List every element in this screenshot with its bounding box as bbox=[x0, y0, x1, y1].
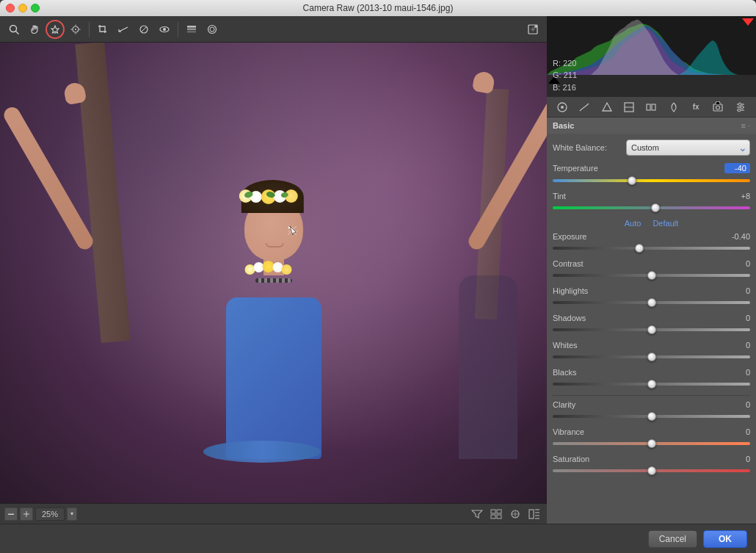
exposure-thumb[interactable] bbox=[635, 244, 644, 253]
shadows-thumb[interactable] bbox=[647, 325, 656, 334]
exposure-slider[interactable] bbox=[553, 243, 750, 253]
highlights-label: Highlights bbox=[553, 286, 626, 295]
panels-icon[interactable] bbox=[526, 507, 542, 521]
temperature-slider[interactable] bbox=[553, 176, 750, 186]
split-toning-icon[interactable] bbox=[643, 99, 659, 115]
close-button[interactable] bbox=[6, 4, 15, 12]
color-sampler-button[interactable] bbox=[66, 20, 85, 39]
cancel-button[interactable]: Cancel bbox=[648, 530, 697, 548]
whites-track bbox=[553, 355, 750, 358]
contrast-slider[interactable] bbox=[553, 270, 750, 281]
vibrance-thumb[interactable] bbox=[647, 439, 656, 448]
auto-button[interactable]: Auto bbox=[625, 219, 641, 228]
vibrance-value[interactable]: 0 bbox=[724, 427, 750, 436]
tint-thumb[interactable] bbox=[651, 203, 660, 212]
nav-icon[interactable] bbox=[507, 507, 523, 521]
crop-tool-button[interactable] bbox=[93, 20, 112, 39]
whites-thumb[interactable] bbox=[647, 353, 656, 361]
vibrance-slider[interactable] bbox=[553, 438, 750, 449]
r-value-row: R: 220 bbox=[553, 57, 577, 70]
temperature-thumb[interactable] bbox=[628, 176, 636, 185]
image-panel: 25% ▾ bbox=[0, 16, 547, 524]
tint-value[interactable]: +8 bbox=[724, 192, 750, 200]
svg-marker-37 bbox=[603, 103, 611, 111]
ok-button[interactable]: OK bbox=[703, 530, 747, 548]
shadows-label: Shadows bbox=[553, 314, 626, 322]
highlights-track bbox=[553, 301, 750, 304]
svg-rect-23 bbox=[26, 511, 27, 517]
white-balance-select[interactable]: Custom As Shot Auto Daylight Cloudy Shad… bbox=[626, 140, 750, 156]
divider-1 bbox=[553, 395, 750, 396]
presets-icon[interactable] bbox=[733, 99, 749, 115]
exposure-value[interactable]: -0.40 bbox=[724, 232, 750, 241]
svg-rect-25 bbox=[497, 510, 501, 513]
panel-icons-row: fx bbox=[547, 97, 756, 118]
white-balance-tool-button[interactable] bbox=[46, 20, 65, 39]
basic-panel-icon[interactable] bbox=[554, 99, 570, 115]
photo-display bbox=[0, 43, 547, 503]
contrast-value[interactable]: 0 bbox=[724, 259, 750, 268]
saturation-slider[interactable] bbox=[553, 466, 750, 476]
temperature-value[interactable]: -40 bbox=[724, 163, 750, 173]
zoom-stepper[interactable]: ▾ bbox=[67, 507, 77, 521]
blacks-slider[interactable] bbox=[553, 379, 750, 389]
bottom-bar: Cancel OK bbox=[0, 524, 756, 553]
clarity-thumb[interactable] bbox=[647, 412, 656, 421]
lens-corrections-icon[interactable] bbox=[666, 99, 682, 115]
clarity-slider[interactable] bbox=[553, 411, 750, 422]
camera-calibration-icon[interactable] bbox=[710, 99, 726, 115]
spot-removal-button[interactable] bbox=[134, 20, 153, 39]
hand-tool-button[interactable] bbox=[25, 20, 44, 39]
saturation-value[interactable]: 0 bbox=[724, 455, 750, 463]
blacks-value[interactable]: 0 bbox=[724, 368, 750, 377]
default-button[interactable]: Default bbox=[653, 219, 678, 228]
hsl-icon[interactable] bbox=[621, 99, 637, 115]
graduated-filter-button[interactable] bbox=[182, 20, 201, 39]
zoom-input[interactable]: 25% bbox=[35, 507, 65, 521]
svg-rect-41 bbox=[652, 104, 655, 110]
fx-icon[interactable]: fx bbox=[688, 99, 704, 115]
tint-slider[interactable] bbox=[553, 203, 750, 213]
tone-curve-icon[interactable] bbox=[576, 99, 592, 115]
image-canvas[interactable] bbox=[0, 43, 547, 503]
shadows-slider[interactable] bbox=[553, 325, 750, 335]
svg-rect-15 bbox=[187, 26, 196, 28]
saturation-thumb[interactable] bbox=[647, 466, 656, 475]
highlights-slider[interactable] bbox=[553, 297, 750, 308]
straighten-tool-button[interactable] bbox=[114, 20, 133, 39]
panel-menu-icon[interactable]: ≡ · bbox=[741, 121, 750, 130]
toolbar-separator-2 bbox=[178, 22, 178, 37]
svg-point-4 bbox=[75, 29, 76, 30]
highlights-value[interactable]: 0 bbox=[724, 286, 750, 295]
filter-icon[interactable] bbox=[469, 507, 485, 521]
contrast-thumb[interactable] bbox=[647, 271, 656, 280]
panel-header: Basic ≡ · bbox=[547, 118, 756, 134]
zoom-in-button[interactable] bbox=[20, 507, 33, 521]
grid-icon[interactable] bbox=[488, 507, 504, 521]
vibrance-track bbox=[553, 442, 750, 445]
minimize-button[interactable] bbox=[18, 4, 27, 12]
redeye-button[interactable] bbox=[155, 20, 174, 39]
b-value-row: B: 216 bbox=[553, 82, 577, 94]
blacks-thumb[interactable] bbox=[647, 380, 656, 388]
zoom-out-button[interactable] bbox=[4, 507, 18, 521]
svg-point-48 bbox=[741, 106, 744, 109]
highlights-thumb[interactable] bbox=[647, 298, 656, 307]
svg-rect-27 bbox=[497, 515, 501, 518]
contrast-row: Contrast 0 bbox=[553, 259, 750, 281]
clarity-value[interactable]: 0 bbox=[724, 400, 750, 409]
vibrance-label: Vibrance bbox=[553, 427, 626, 436]
radial-filter-button[interactable] bbox=[203, 20, 222, 39]
export-button[interactable] bbox=[523, 20, 542, 39]
temperature-label: Temperature bbox=[553, 164, 626, 173]
svg-rect-16 bbox=[187, 28, 196, 30]
zoom-tool-button[interactable] bbox=[4, 20, 23, 39]
main-content: 25% ▾ bbox=[0, 16, 756, 524]
white-balance-row: White Balance: Custom As Shot Auto Dayli… bbox=[553, 140, 750, 156]
detail-icon[interactable] bbox=[599, 99, 615, 115]
whites-value[interactable]: 0 bbox=[724, 341, 750, 350]
whites-slider[interactable] bbox=[553, 352, 750, 362]
maximize-button[interactable] bbox=[31, 4, 40, 12]
svg-point-36 bbox=[561, 106, 564, 109]
shadows-value[interactable]: 0 bbox=[724, 314, 750, 322]
